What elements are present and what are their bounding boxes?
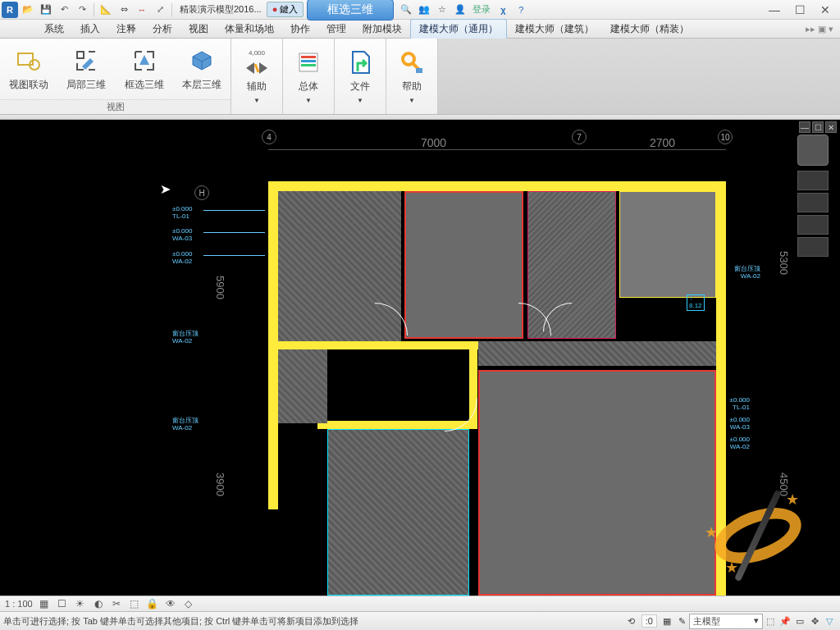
floor-plan: 4 7000 7 2700 10 ↑8.12 [268, 181, 726, 596]
scale-value[interactable]: 1 : 100 [5, 599, 33, 609]
filter-icon[interactable]: ▽ [822, 614, 837, 628]
close-button[interactable]: ✕ [820, 3, 830, 16]
user-icon[interactable]: 👤 [452, 2, 468, 18]
status-icon-1[interactable]: ⟲ [624, 614, 639, 628]
tab-master-arch[interactable]: 建模大师（建筑） [507, 20, 602, 39]
tab-system[interactable]: 系统 [36, 20, 72, 39]
search-button[interactable]: ● 鍵入 [267, 2, 304, 17]
annotation-room-2: 窗台压顶WA-02 [172, 418, 199, 432]
room-7 [478, 370, 716, 596]
view-link-icon [15, 47, 43, 75]
annotation-r2: ±0.000TL-01 [730, 397, 750, 412]
floor-3d-button[interactable]: 本层三维 [173, 39, 231, 99]
floor-3d-icon [188, 47, 216, 75]
svg-rect-3 [301, 56, 316, 58]
redo-icon[interactable]: ↷ [74, 2, 90, 18]
visual-style-icon[interactable]: ☐ [56, 597, 69, 610]
assist-icon [243, 60, 271, 76]
view-close-icon[interactable]: ✕ [825, 121, 837, 133]
help-icon[interactable]: ? [513, 2, 529, 18]
select-links-icon[interactable]: ⬚ [763, 614, 778, 628]
tab-addins[interactable]: 附加模块 [354, 20, 410, 39]
ribbon-tabs: 系统 插入 注释 分析 视图 体量和场地 协作 管理 附加模块 建模大师（通用）… [0, 20, 840, 39]
detail-level-icon[interactable]: ▦ [38, 597, 51, 610]
app-logo[interactable]: R [2, 2, 18, 18]
help-button[interactable]: 帮助▼ [386, 39, 437, 114]
view-link-button[interactable]: 视图联动 [0, 39, 57, 99]
tab-massing[interactable]: 体量和场地 [217, 20, 282, 39]
annotation-2: ±0.000WA-03 [172, 228, 192, 243]
annotation-r3: ±0.000WA-03 [730, 417, 750, 431]
exchange-icon[interactable]: χ [495, 2, 511, 18]
view-minimize-icon[interactable]: — [799, 121, 810, 133]
tab-manage[interactable]: 管理 [318, 20, 354, 39]
ribbon-overflow[interactable]: ▸▸ ▣ ▾ [806, 24, 840, 34]
dimension-right-1: 5300 [778, 251, 790, 275]
file-icon [346, 48, 374, 76]
workset-icon[interactable]: ▦ [660, 614, 674, 628]
maximize-button[interactable]: ☐ [795, 3, 806, 16]
crop-icon[interactable]: ✂ [110, 597, 123, 610]
undo-icon[interactable]: ↶ [56, 2, 72, 18]
binoculars-icon[interactable]: 🔍 [398, 2, 414, 18]
people-icon[interactable]: 👥 [416, 2, 432, 18]
tab-view[interactable]: 视图 [180, 20, 217, 39]
drag-icon[interactable]: ✥ [807, 614, 822, 628]
partial-3d-button[interactable]: 局部三维 [57, 39, 115, 99]
box-3d-button[interactable]: 框选三维 [116, 39, 173, 99]
view-cube[interactable] [797, 135, 829, 166]
measure-icon[interactable]: 📐 [98, 2, 114, 18]
star-icon[interactable]: ☆ [434, 2, 450, 18]
dim-top-1: 7000 [268, 136, 599, 150]
align-icon[interactable]: ⇔ [116, 2, 132, 18]
workset-dropdown[interactable]: 主模型▾ [689, 614, 763, 629]
help-key-icon [398, 48, 426, 76]
expand-icon[interactable]: ⤢ [152, 2, 168, 18]
annotation-1: ±0.000TL-01 [172, 206, 192, 221]
editable-icon[interactable]: ✎ [674, 614, 689, 628]
tab-insert[interactable]: 插入 [72, 20, 108, 39]
tab-annotate[interactable]: 注释 [108, 20, 144, 39]
save-icon[interactable]: 💾 [38, 2, 54, 18]
nav-tool-2[interactable] [797, 193, 829, 212]
login-link[interactable]: 登录 [472, 3, 491, 16]
sun-path-icon[interactable]: ☀ [74, 597, 87, 610]
nav-tool-3[interactable] [797, 215, 829, 235]
file-button[interactable]: 文件▼ [335, 39, 386, 114]
drawing-canvas[interactable]: — ☐ ✕ ➤ 5900 3900 5300 4500 H ±0.000TL-0… [0, 120, 840, 596]
assist-button[interactable]: 4,000 辅助▼ [231, 39, 282, 114]
minimize-button[interactable]: — [769, 3, 780, 16]
view-maximize-icon[interactable]: ☐ [812, 121, 824, 133]
title-bar: R 📂 💾 ↶ ↷ 📐 ⇔ ↔ ⤢ 精装演示模型2016... ● 鍵入 框选三… [0, 0, 840, 20]
room-2 [404, 191, 523, 339]
status-slot[interactable]: :0 [641, 614, 657, 628]
svg-rect-4 [301, 60, 316, 62]
nav-tool-1[interactable] [797, 171, 829, 190]
annotation-mid-value: ↑8.12 [687, 294, 705, 311]
tab-master-general[interactable]: 建模大师（通用） [410, 19, 507, 39]
tab-master-interior[interactable]: 建模大师（精装） [602, 20, 697, 39]
open-icon[interactable]: 📂 [20, 2, 36, 18]
nav-tool-4[interactable] [797, 237, 829, 257]
select-pinned-icon[interactable]: 📌 [778, 614, 792, 628]
room-5 [278, 349, 327, 423]
navigation-widget[interactable] [797, 135, 830, 259]
temp-hide-icon[interactable]: ◇ [182, 597, 195, 610]
dim-top-2: 2700 [599, 136, 726, 150]
reveal-icon[interactable]: 👁 [164, 597, 177, 610]
svg-rect-5 [301, 64, 316, 66]
room-6 [327, 429, 469, 596]
mouse-cursor: ➤ [160, 181, 171, 197]
lock-icon[interactable]: 🔒 [146, 597, 159, 610]
select-face-icon[interactable]: ▭ [792, 614, 807, 628]
overall-button[interactable]: 总体▼ [283, 39, 334, 114]
annotation-3: ±0.000WA-02 [172, 251, 192, 266]
shadows-icon[interactable]: ◐ [92, 597, 105, 610]
tab-collaborate[interactable]: 协作 [282, 20, 318, 39]
box-select-3d-button[interactable]: 框选三维 [307, 0, 394, 21]
crop-region-icon[interactable]: ⬚ [128, 597, 141, 610]
dimension-icon[interactable]: ↔ [134, 2, 150, 18]
tab-analyze[interactable]: 分析 [144, 20, 180, 39]
grid-bubble-10: 10 [718, 130, 733, 144]
status-bar: 单击可进行选择; 按 Tab 键并单击可选择其他项目; 按 Ctrl 键并单击可… [0, 612, 840, 630]
